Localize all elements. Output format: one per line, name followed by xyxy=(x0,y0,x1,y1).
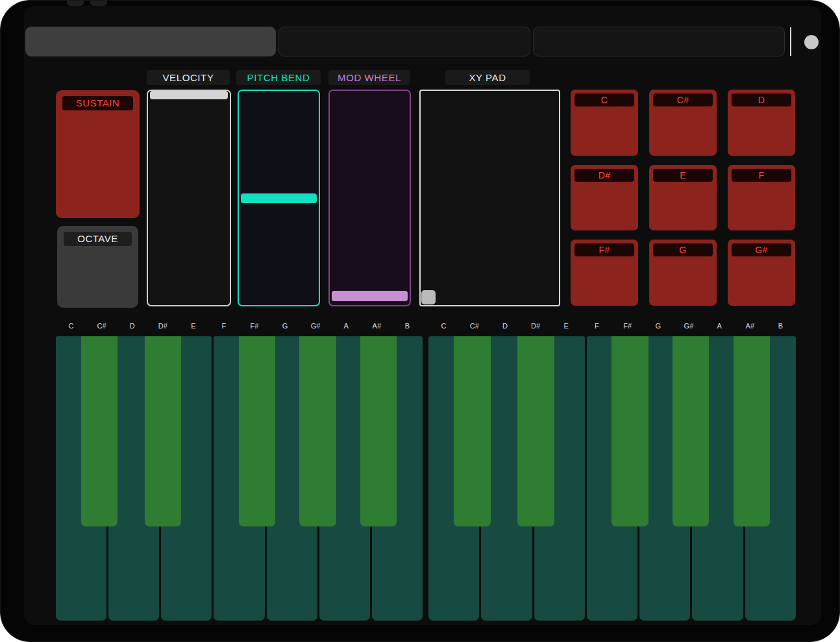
keyboard-octave-1: C C# D D# E F F# G G# A A# B xyxy=(56,322,423,621)
mod-wheel-label: MOD WHEEL xyxy=(328,70,410,85)
black-key-dsharp[interactable] xyxy=(145,336,182,526)
black-key-fsharp[interactable] xyxy=(611,336,649,526)
note-pad-d[interactable]: D xyxy=(728,90,795,156)
note-label: D# xyxy=(521,322,551,332)
velocity-handle[interactable] xyxy=(150,91,228,99)
note-pad-csharp[interactable]: C# xyxy=(649,90,717,156)
note-pad-e[interactable]: E xyxy=(649,165,717,231)
note-label: D# xyxy=(147,322,178,332)
mod-wheel-handle[interactable] xyxy=(332,291,408,301)
device-top-button xyxy=(90,1,107,6)
xy-pad-label: XY PAD xyxy=(445,70,530,85)
mod-wheel-slider[interactable] xyxy=(328,90,411,306)
note-label: E xyxy=(551,322,582,332)
black-key-fsharp[interactable] xyxy=(239,336,276,526)
note-label: D xyxy=(489,322,520,332)
sustain-pad-label: SUSTAIN xyxy=(62,96,133,110)
octave-pad-label: OCTAVE xyxy=(64,232,132,246)
keys xyxy=(428,336,796,621)
velocity-label: VELOCITY xyxy=(147,70,230,85)
note-pad-f[interactable]: F xyxy=(728,165,795,231)
note-pad-fsharp[interactable]: F# xyxy=(571,240,638,306)
note-pad-g[interactable]: G xyxy=(649,240,717,306)
octave-pad[interactable]: OCTAVE xyxy=(57,226,138,308)
keys xyxy=(56,336,423,621)
note-pad-dsharp[interactable]: D# xyxy=(571,165,638,231)
device-frame: VELOCITY PITCH BEND MOD WHEEL XY PAD SUS… xyxy=(0,0,840,642)
note-pads-grid: C C# D D# E F F# G G# xyxy=(571,90,795,306)
menu-dot-button[interactable] xyxy=(804,35,819,49)
note-label: F# xyxy=(239,322,269,332)
note-label: A xyxy=(331,322,362,332)
black-key-gsharp[interactable] xyxy=(299,336,336,526)
note-label: A xyxy=(704,322,735,332)
sustain-pad[interactable]: SUSTAIN xyxy=(56,90,140,218)
velocity-slider[interactable] xyxy=(147,90,231,306)
note-labels-row: C C# D D# E F F# G G# A A# B xyxy=(56,322,423,332)
tab-1[interactable] xyxy=(25,27,276,56)
note-label: B xyxy=(765,322,796,332)
note-pad-label: D# xyxy=(574,169,634,182)
black-key-asharp[interactable] xyxy=(360,336,397,526)
note-pad-label: C# xyxy=(653,93,713,106)
tab-2[interactable] xyxy=(278,27,530,56)
note-label: C xyxy=(56,322,86,332)
black-key-csharp[interactable] xyxy=(454,336,491,526)
keyboard: C C# D D# E F F# G G# A A# B xyxy=(56,322,795,621)
note-label: B xyxy=(392,322,423,332)
note-pad-label: G# xyxy=(732,243,791,256)
xy-pad[interactable] xyxy=(419,90,560,306)
note-labels-row: C C# D D# E F F# G G# A A# B xyxy=(428,322,796,332)
note-label: F xyxy=(582,322,612,332)
note-label: D xyxy=(117,322,147,332)
keyboard-octave-2: C C# D D# E F F# G G# A A# B xyxy=(428,322,796,621)
black-key-gsharp[interactable] xyxy=(673,336,710,526)
note-pad-label: C xyxy=(574,93,634,106)
pitch-bend-label: PITCH BEND xyxy=(236,70,321,85)
note-label: F xyxy=(208,322,239,332)
screen: VELOCITY PITCH BEND MOD WHEEL XY PAD SUS… xyxy=(24,6,821,625)
pitch-bend-handle[interactable] xyxy=(241,193,317,203)
note-label: C# xyxy=(86,322,117,332)
black-key-csharp[interactable] xyxy=(81,336,118,526)
note-pad-label: E xyxy=(653,169,713,182)
note-label: E xyxy=(178,322,208,332)
tab-3[interactable] xyxy=(533,27,785,56)
note-pad-c[interactable]: C xyxy=(571,90,638,156)
topbar-divider xyxy=(790,27,791,56)
note-label: F# xyxy=(612,322,643,332)
note-pad-gsharp[interactable]: G# xyxy=(728,240,795,306)
note-pad-label: G xyxy=(653,243,713,256)
pitch-bend-slider[interactable] xyxy=(238,90,320,306)
note-label: A# xyxy=(735,322,765,332)
xy-pad-handle[interactable] xyxy=(421,290,436,304)
device-top-button xyxy=(67,1,84,6)
note-label: G xyxy=(643,322,673,332)
note-pad-label: F xyxy=(732,169,791,182)
note-label: G# xyxy=(673,322,704,332)
black-key-dsharp[interactable] xyxy=(517,336,554,526)
note-label: A# xyxy=(362,322,392,332)
note-pad-label: F# xyxy=(574,243,634,256)
note-label: G# xyxy=(301,322,331,332)
note-label: C# xyxy=(459,322,489,332)
black-key-asharp[interactable] xyxy=(734,336,771,526)
note-label: G xyxy=(270,322,301,332)
note-label: C xyxy=(428,322,459,332)
note-pad-label: D xyxy=(732,93,791,106)
